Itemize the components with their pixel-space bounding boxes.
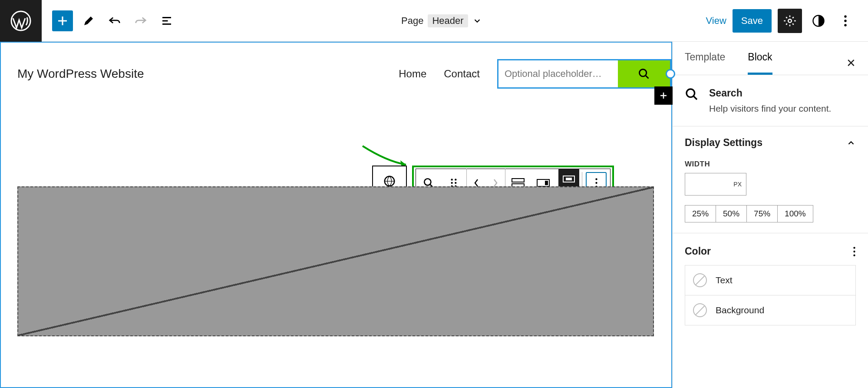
top-toolbar: Page Header View Save [0, 0, 868, 42]
page-title-heading[interactable]: Front Page [78, 384, 671, 388]
styles-button[interactable] [808, 10, 829, 31]
panel-color: Color Text Background [673, 233, 868, 336]
svg-point-4 [844, 20, 847, 22]
svg-point-8 [424, 179, 431, 185]
list-view-button[interactable] [156, 10, 177, 31]
resize-handle[interactable] [666, 69, 675, 79]
add-block-inline-button[interactable] [654, 86, 673, 105]
color-panel-title: Color [685, 245, 711, 257]
svg-point-12 [455, 182, 456, 184]
panel-display-settings: Display Settings WIDTH PX 25% 50% 75% 10… [673, 126, 868, 233]
wordpress-logo[interactable] [0, 0, 42, 42]
page-label: Page [401, 15, 423, 27]
block-description: Help visitors find your content. [709, 103, 831, 114]
navigation: Home Contact [399, 68, 480, 80]
top-left-tools [42, 10, 177, 31]
tab-block[interactable]: Block [748, 51, 772, 75]
close-sidebar-button[interactable]: ✕ [846, 56, 856, 70]
undo-button[interactable] [104, 10, 125, 31]
sidebar-tabs: Template Block ✕ [673, 42, 868, 75]
document-title[interactable]: Page Header [177, 14, 706, 27]
nav-link-home[interactable]: Home [399, 68, 426, 80]
nav-link-contact[interactable]: Contact [444, 68, 480, 80]
svg-point-3 [844, 15, 847, 18]
svg-rect-18 [545, 181, 548, 185]
search-input[interactable] [498, 60, 618, 87]
block-info: Search Help visitors find your content. [673, 75, 868, 126]
svg-point-10 [455, 179, 456, 180]
svg-point-1 [788, 19, 792, 23]
svg-point-22 [595, 182, 597, 184]
color-text-row[interactable]: Text [685, 265, 856, 295]
color-text-label: Text [716, 275, 733, 285]
color-swatch-empty [693, 303, 707, 317]
editor-canvas[interactable]: My WordPress Website Home Contact [0, 42, 672, 388]
search-submit-button[interactable] [618, 60, 670, 87]
svg-point-27 [853, 254, 855, 256]
edit-tool-icon[interactable] [78, 10, 99, 31]
color-options-icon[interactable] [853, 246, 856, 257]
settings-button[interactable] [778, 9, 802, 33]
search-icon [685, 87, 699, 101]
tab-template[interactable]: Template [685, 51, 725, 75]
template-badge: Header [428, 14, 468, 27]
width-preset-25[interactable]: 25% [685, 206, 716, 222]
width-preset-100[interactable]: 100% [778, 206, 813, 222]
view-link[interactable]: View [706, 15, 726, 27]
site-header: My WordPress Website Home Contact [0, 42, 671, 89]
svg-point-5 [844, 24, 847, 27]
svg-rect-20 [566, 178, 572, 180]
svg-point-6 [640, 70, 647, 76]
block-name: Search [709, 87, 831, 99]
width-label: WIDTH [685, 160, 856, 169]
panel-title: Display Settings [685, 137, 762, 149]
add-block-button[interactable] [52, 10, 73, 31]
chevron-up-icon[interactable] [846, 138, 856, 148]
svg-point-25 [853, 247, 855, 249]
site-title[interactable]: My WordPress Website [17, 67, 144, 81]
redo-button[interactable] [130, 10, 151, 31]
svg-point-26 [853, 250, 855, 252]
svg-point-24 [686, 89, 695, 97]
width-input[interactable]: PX [685, 173, 746, 196]
width-unit: PX [733, 181, 742, 188]
svg-point-21 [595, 178, 597, 180]
color-background-row[interactable]: Background [685, 295, 856, 325]
color-swatch-empty [693, 273, 707, 287]
search-block[interactable] [497, 59, 671, 89]
svg-point-11 [451, 182, 453, 184]
width-preset-75[interactable]: 75% [747, 206, 778, 222]
svg-point-9 [451, 179, 453, 180]
chevron-down-icon [472, 16, 482, 26]
settings-sidebar: Template Block ✕ Search Help visitors fi… [672, 42, 868, 388]
color-background-label: Background [716, 305, 764, 315]
save-button[interactable]: Save [733, 9, 772, 33]
image-placeholder[interactable] [17, 186, 654, 336]
top-right-tools: View Save [706, 9, 868, 33]
svg-rect-15 [512, 179, 524, 182]
more-options-button[interactable] [835, 10, 856, 31]
width-preset-50[interactable]: 50% [716, 206, 747, 222]
width-presets: 25% 50% 75% 100% [685, 205, 813, 222]
